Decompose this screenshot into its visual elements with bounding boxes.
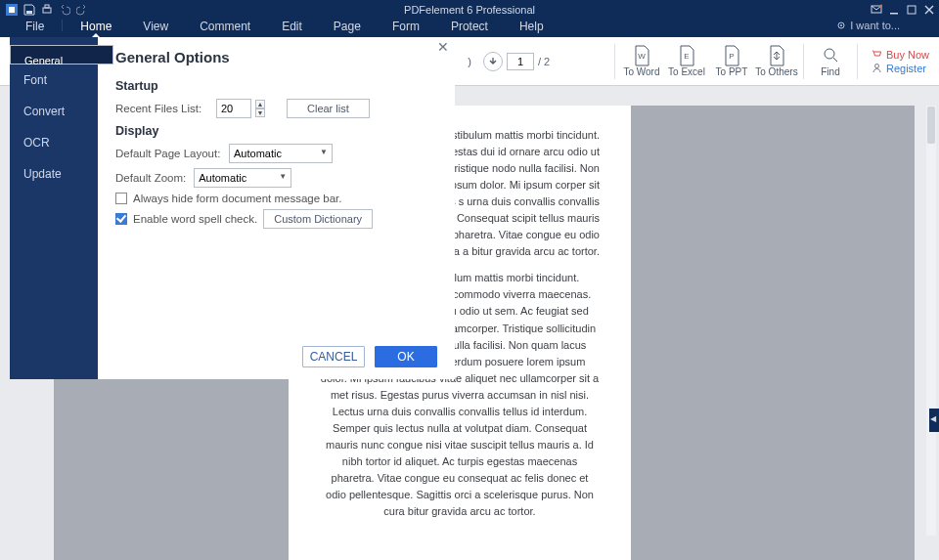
clear-list-button[interactable]: Clear list bbox=[287, 99, 370, 118]
cancel-button[interactable]: CANCEL bbox=[302, 346, 365, 367]
sidebar-item-convert[interactable]: Convert bbox=[10, 96, 98, 127]
spinner-up-icon[interactable]: ▲ bbox=[255, 100, 265, 108]
buy-now-link[interactable]: Buy Now bbox=[872, 49, 929, 61]
to-others-button[interactable]: To Others bbox=[754, 37, 799, 85]
maximize-icon[interactable] bbox=[906, 4, 917, 16]
sidebar-item-font[interactable]: Font bbox=[10, 65, 98, 96]
menu-edit[interactable]: Edit bbox=[266, 20, 318, 37]
options-dialog: General Font Convert OCR Update ✕ Genera… bbox=[10, 37, 455, 379]
default-zoom-select[interactable] bbox=[194, 168, 291, 188]
vertical-scrollbar[interactable] bbox=[926, 106, 936, 536]
menu-comment[interactable]: Comment bbox=[184, 20, 266, 37]
dialog-close-icon[interactable]: ✕ bbox=[437, 39, 449, 55]
recent-files-input[interactable] bbox=[216, 99, 251, 118]
svg-rect-2 bbox=[43, 8, 51, 13]
hide-message-bar-checkbox[interactable] bbox=[115, 193, 127, 204]
svg-point-14 bbox=[874, 65, 878, 68]
scrollbar-thumb[interactable] bbox=[927, 107, 935, 144]
undo-icon[interactable] bbox=[59, 4, 70, 16]
startup-heading: Startup bbox=[115, 79, 437, 93]
print-icon[interactable] bbox=[41, 4, 53, 16]
minimize-icon[interactable] bbox=[888, 4, 900, 16]
redo-icon[interactable] bbox=[76, 4, 88, 16]
mail-icon[interactable] bbox=[871, 4, 882, 16]
spell-check-label: Enable word spell check. bbox=[133, 213, 257, 225]
menu-help[interactable]: Help bbox=[504, 20, 559, 37]
display-heading: Display bbox=[115, 124, 437, 138]
menu-view[interactable]: View bbox=[127, 20, 184, 37]
menu-separator bbox=[62, 20, 63, 31]
menubar: File Home View Comment Edit Page Form Pr… bbox=[0, 20, 939, 37]
svg-text:E: E bbox=[684, 52, 689, 61]
dialog-sidebar: General Font Convert OCR Update bbox=[10, 37, 98, 379]
svg-rect-7 bbox=[908, 6, 916, 14]
i-want-to[interactable]: I want to... bbox=[836, 20, 900, 31]
svg-point-9 bbox=[840, 24, 842, 26]
page-next-icon[interactable] bbox=[483, 52, 503, 71]
to-excel-button[interactable]: E To Excel bbox=[664, 37, 709, 85]
hide-message-bar-label: Always hide form document message bar. bbox=[133, 193, 342, 204]
svg-point-13 bbox=[825, 49, 834, 59]
menu-form[interactable]: Form bbox=[377, 20, 435, 37]
side-panel-toggle[interactable] bbox=[929, 409, 939, 432]
page-total: / 2 bbox=[538, 56, 550, 67]
page-number-input[interactable] bbox=[507, 53, 534, 70]
menu-protect[interactable]: Protect bbox=[435, 20, 504, 37]
page-layout-label: Default Page Layout: bbox=[115, 148, 221, 159]
save-icon[interactable] bbox=[23, 4, 35, 16]
menu-home[interactable]: Home bbox=[65, 20, 127, 37]
page-prev-partial-icon[interactable]: ) bbox=[460, 52, 479, 71]
close-icon[interactable] bbox=[923, 4, 935, 16]
menu-page[interactable]: Page bbox=[318, 20, 377, 37]
app-icon bbox=[6, 4, 18, 16]
spinner-down-icon[interactable]: ▼ bbox=[255, 108, 265, 117]
page-layout-select[interactable] bbox=[229, 144, 333, 163]
svg-rect-6 bbox=[890, 13, 898, 15]
sidebar-item-update[interactable]: Update bbox=[10, 158, 98, 190]
menu-file[interactable]: File bbox=[10, 20, 60, 37]
register-link[interactable]: Register bbox=[872, 63, 929, 74]
svg-rect-1 bbox=[26, 11, 32, 14]
app-title: PDFelement 6 Professional bbox=[404, 4, 535, 16]
sidebar-item-ocr[interactable]: OCR bbox=[10, 127, 98, 158]
recent-files-label: Recent Files List: bbox=[115, 103, 208, 114]
custom-dictionary-button[interactable]: Custom Dictionary bbox=[263, 209, 373, 229]
svg-text:P: P bbox=[729, 52, 734, 61]
svg-text:W: W bbox=[638, 52, 646, 61]
titlebar: PDFelement 6 Professional bbox=[0, 0, 939, 20]
find-button[interactable]: Find bbox=[808, 37, 853, 85]
spell-check-checkbox[interactable] bbox=[115, 213, 127, 225]
to-word-button[interactable]: W To Word bbox=[619, 37, 664, 85]
svg-rect-3 bbox=[45, 5, 49, 8]
to-ppt-button[interactable]: P To PPT bbox=[709, 37, 754, 85]
dialog-title: General Options bbox=[115, 49, 437, 65]
dialog-main: ✕ General Options Startup Recent Files L… bbox=[98, 37, 455, 379]
default-zoom-label: Default Zoom: bbox=[115, 172, 186, 184]
ok-button[interactable]: OK bbox=[375, 346, 437, 367]
